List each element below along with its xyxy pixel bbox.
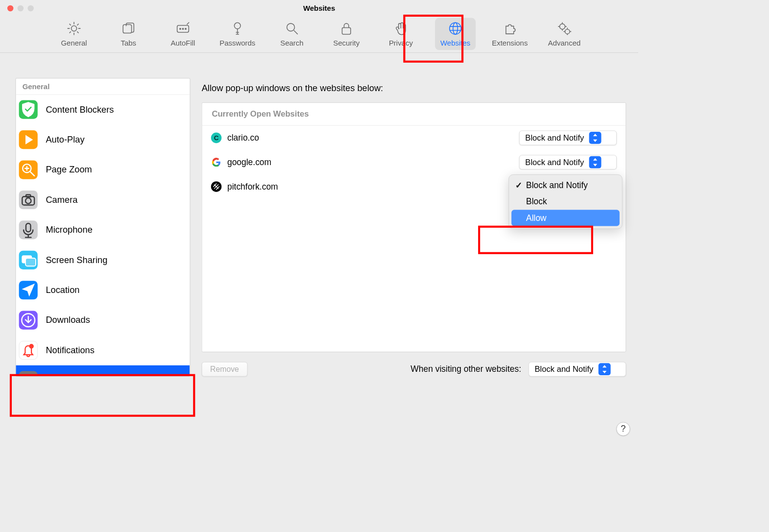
svg-rect-17 [26, 195, 31, 197]
svg-point-0 [72, 26, 77, 31]
panel-footer: Remove When visiting other websites: Blo… [202, 362, 626, 377]
sidebar-item-content-blockers[interactable]: Content Blockers [16, 95, 190, 124]
bell-icon [19, 341, 38, 360]
dropdown-option-block[interactable]: Block [511, 193, 620, 210]
sidebar-item-downloads[interactable]: Downloads [16, 305, 190, 335]
tab-search[interactable]: Search [271, 21, 312, 48]
tab-extensions[interactable]: Extensions [489, 21, 530, 48]
tab-advanced[interactable]: Advanced [544, 21, 585, 48]
sidebar-item-microphone[interactable]: Microphone [16, 215, 190, 245]
tab-autofill[interactable]: AutoFill [163, 21, 203, 48]
remove-button[interactable]: Remove [202, 362, 248, 377]
tab-passwords[interactable]: Passwords [217, 21, 258, 48]
tab-privacy[interactable]: Privacy [381, 21, 421, 48]
stepper-icon [598, 363, 610, 375]
tab-websites[interactable]: Websites [435, 18, 476, 50]
tab-label: AutoFill [171, 39, 195, 48]
sidebar-item-label: Microphone [46, 225, 93, 236]
help-button[interactable]: ? [616, 422, 630, 436]
tab-label: Tabs [120, 39, 136, 48]
play-icon [19, 130, 38, 149]
default-setting-label: When visiting other websites: [410, 364, 521, 374]
svg-point-5 [185, 28, 186, 29]
dropdown-option-block-and-notify[interactable]: Block and Notify [511, 177, 620, 193]
svg-rect-1 [123, 24, 131, 33]
svg-point-3 [180, 28, 181, 29]
site-setting-select[interactable]: Block and Notify [519, 155, 617, 169]
tab-label: Websites [440, 39, 470, 48]
sidebar-item-location[interactable]: Location [16, 275, 190, 305]
svg-point-4 [182, 28, 183, 29]
sites-listbox: Currently Open Websites Cclario.coBlock … [202, 102, 626, 352]
svg-point-16 [25, 198, 31, 204]
svg-point-10 [453, 23, 457, 34]
site-setting-dropdown: Block and NotifyBlockAllow [508, 174, 622, 229]
sidebar-item-label: Page Zoom [46, 165, 92, 175]
tab-label: Security [333, 39, 360, 48]
svg-rect-20 [25, 258, 36, 266]
svg-point-6 [234, 23, 240, 29]
sidebar-item-label: Downloads [46, 315, 90, 326]
sidebar-item-camera[interactable]: Camera [16, 185, 190, 215]
main-panel: Allow pop-up windows on the websites bel… [202, 78, 626, 376]
location-icon [19, 281, 38, 300]
sidebar-item-pop-up-windows[interactable]: Pop-up Windows [16, 365, 190, 376]
default-setting-select[interactable]: Block and Notify [529, 362, 626, 377]
tab-general[interactable]: General [54, 21, 95, 48]
sites-section-header: Currently Open Websites [202, 103, 626, 125]
site-setting-value: Block and Notify [525, 158, 584, 167]
site-setting-select[interactable]: Block and Notify [519, 130, 617, 145]
stepper-icon [589, 156, 601, 169]
sidebar-item-screen-sharing[interactable]: Screen Sharing [16, 245, 190, 275]
sidebar-item-notifications[interactable]: Notifications [16, 336, 190, 365]
tab-label: Extensions [492, 39, 528, 48]
tab-tabs[interactable]: Tabs [108, 21, 149, 48]
screens-icon [19, 251, 38, 269]
tab-label: General [61, 39, 87, 48]
sidebar-item-label: Location [46, 285, 80, 296]
sidebar-item-page-zoom[interactable]: Page Zoom [16, 155, 190, 185]
key-icon [229, 21, 245, 37]
favicon-icon: C [211, 133, 222, 144]
sidebar-list: Content BlockersAuto-PlayPage ZoomCamera… [16, 95, 190, 376]
tab-security[interactable]: Security [326, 21, 367, 48]
svg-rect-18 [26, 223, 31, 232]
sidebar-item-auto-play[interactable]: Auto-Play [16, 125, 190, 155]
dropdown-option-allow[interactable]: Allow [511, 210, 620, 226]
download-icon [19, 311, 38, 330]
site-domain: clario.co [227, 133, 519, 143]
hand-icon [393, 21, 409, 37]
tab-label: Passwords [219, 39, 255, 48]
shield-icon [19, 100, 38, 119]
zoom-icon [19, 161, 38, 179]
svg-point-9 [450, 23, 461, 34]
favicon-icon [211, 157, 222, 168]
tabs-icon [120, 21, 137, 37]
sidebar-item-label: Content Blockers [46, 104, 114, 115]
sidebar-item-label: Screen Sharing [46, 255, 108, 266]
svg-point-7 [287, 24, 295, 31]
camera-icon [19, 191, 38, 209]
sidebar-header: General [16, 78, 190, 95]
site-row[interactable]: Cclario.coBlock and Notify [202, 125, 626, 150]
site-row[interactable]: google.comBlock and Notify [202, 150, 626, 174]
preferences-toolbar: General Tabs AutoFill Passwords Search S… [0, 16, 638, 53]
site-domain: google.com [227, 157, 519, 167]
favicon-icon [211, 181, 222, 192]
sidebar: General Content BlockersAuto-PlayPage Zo… [16, 78, 191, 376]
annotation-box-sidebar [10, 374, 195, 417]
lock-icon [338, 21, 355, 37]
site-setting-value: Block and Notify [525, 133, 584, 143]
sidebar-item-label: Notifications [46, 345, 95, 356]
sidebar-item-label: Pop-up Windows [46, 375, 114, 376]
popup-icon [19, 371, 38, 376]
svg-point-11 [560, 24, 565, 29]
content-area: General Content BlockersAuto-PlayPage Zo… [16, 78, 626, 376]
svg-point-12 [565, 29, 570, 34]
sidebar-item-label: Camera [46, 195, 78, 206]
autofill-icon [175, 21, 191, 37]
tab-label: Search [280, 39, 303, 48]
stepper-icon [589, 132, 601, 144]
gears-icon [556, 21, 572, 37]
svg-rect-8 [342, 28, 350, 34]
